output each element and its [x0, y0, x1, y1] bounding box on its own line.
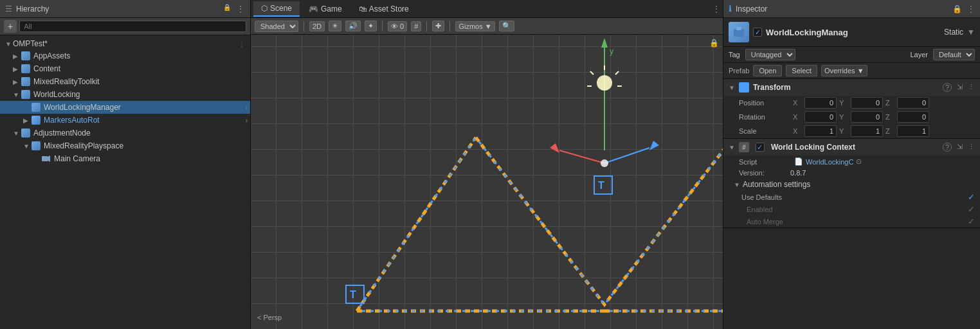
- shading-dropdown[interactable]: Shaded: [255, 21, 298, 32]
- hierarchy-title: Hierarchy: [16, 4, 49, 13]
- tree-icon-maincamera: [41, 154, 51, 164]
- scale-x-label: X: [793, 127, 802, 135]
- wlc-pin-icon[interactable]: ⇲: [957, 143, 963, 152]
- 2d-button[interactable]: 2D: [309, 21, 325, 31]
- hierarchy-header-icons: 🔒 ⋮: [223, 4, 245, 14]
- scale-x-input[interactable]: [804, 125, 837, 137]
- script-name: WorldLockingC: [806, 158, 853, 166]
- rotation-axis-group: X Y Z: [793, 111, 975, 123]
- wlc-more-icon[interactable]: ⋮: [968, 143, 975, 152]
- inspector-lock-icon: 🔒: [952, 4, 962, 13]
- tree-item-markersautorot[interactable]: ▶ MarkersAutoRot ›: [0, 114, 250, 127]
- tree-item-appassets[interactable]: ▶ AppAssets: [0, 49, 250, 62]
- tree-arrow-mixedrealityplayspace: ▼: [23, 143, 31, 150]
- prefab-open-button[interactable]: Open: [753, 65, 782, 76]
- transform-icon: [739, 82, 749, 93]
- script-value: 📄 WorldLockingC ⊙: [794, 157, 862, 166]
- tree-item-content[interactable]: ▶ Content: [0, 62, 250, 75]
- viewport-toolbar: Shaded 2D ☀ 🔊 ✦ 👁 0 # ✚ Gizmos ▼ 🔍: [251, 18, 723, 35]
- tree-arrow-worldlocking: ▼: [13, 91, 21, 98]
- tools-button[interactable]: ✚: [432, 21, 444, 31]
- use-defaults-label: Use Defaults: [741, 193, 963, 201]
- tree-label-omptest: OMPTest*: [13, 39, 236, 48]
- svg-line-11: [604, 148, 649, 163]
- hidden-layers-button[interactable]: 👁 0: [388, 21, 407, 31]
- viewport-lock-icon: 🔒: [709, 39, 719, 48]
- scale-y-input[interactable]: [851, 125, 883, 137]
- world-locking-context-component: ▼ # World Locking Context ? ⇲ ⋮ Script 📄…: [723, 139, 980, 228]
- tag-select[interactable]: Untagged: [745, 49, 795, 60]
- audio-button[interactable]: 🔊: [345, 21, 361, 31]
- persp-label: < Persp: [257, 314, 282, 321]
- tree-item-worldlocking[interactable]: ▼ WorldLocking: [0, 88, 250, 101]
- obj-info: WorldLockingManag: [753, 28, 940, 37]
- wlc-help-icon[interactable]: ?: [943, 143, 952, 152]
- gizmos-button[interactable]: Gizmos ▼: [455, 21, 495, 31]
- script-file-icon: 📄: [794, 157, 803, 166]
- tree-label-content: Content: [33, 64, 248, 73]
- wlc-enabled-checkbox[interactable]: [756, 143, 765, 152]
- transform-help-icon[interactable]: ?: [943, 83, 952, 92]
- grid-button[interactable]: #: [411, 21, 421, 31]
- svg-marker-1: [48, 156, 50, 162]
- hierarchy-search-input[interactable]: [19, 21, 246, 32]
- fx-button[interactable]: ✦: [365, 21, 377, 31]
- tree-item-worldlockingmanager[interactable]: WorldLockingManager ›: [0, 101, 250, 114]
- viewport-tab-more[interactable]: ⋮: [712, 4, 720, 13]
- tree-icon-adjustmentnode: [21, 128, 31, 138]
- tree-item-mixedreality[interactable]: ▶ MixedRealityToolkit: [0, 75, 250, 88]
- scale-z-input[interactable]: [897, 125, 929, 137]
- tree-label-mixedreality: MixedRealityToolkit: [33, 77, 248, 86]
- rotation-y-label: Y: [839, 113, 848, 121]
- tree-item-omptest[interactable]: ▼ OMPTest* ⋮: [0, 38, 250, 49]
- layer-select[interactable]: Default: [933, 49, 975, 60]
- static-dropdown-arrow[interactable]: ▼: [967, 28, 975, 37]
- prefab-overrides-button[interactable]: Overrides ▼: [821, 65, 867, 76]
- rotation-row: Rotation X Y Z: [723, 110, 980, 124]
- tree-item-adjustmentnode[interactable]: ▼ AdjustmentNode: [0, 127, 250, 139]
- wlc-hash-icon: #: [739, 142, 749, 152]
- tree-arrow-adjustmentnode: ▼: [13, 130, 21, 137]
- svg-marker-12: [649, 141, 659, 150]
- tab-game[interactable]: 🎮 Game: [301, 2, 350, 16]
- scale-y-label: Y: [839, 127, 848, 135]
- overrides-label: Overrides: [824, 67, 855, 75]
- position-y-input[interactable]: [851, 97, 883, 109]
- rotation-x-input[interactable]: [804, 111, 837, 123]
- rotation-z-input[interactable]: [897, 111, 929, 123]
- rotation-y-input[interactable]: [851, 111, 883, 123]
- tree-more-omptest[interactable]: ⋮: [236, 40, 248, 48]
- wlc-header[interactable]: ▼ # World Locking Context ? ⇲ ⋮: [723, 139, 980, 156]
- svg-line-16: [615, 71, 619, 75]
- tree-item-mixedrealityplayspace[interactable]: ▼ MixedRealityPlayspace: [0, 139, 250, 152]
- svg-point-13: [601, 159, 608, 167]
- position-z-input[interactable]: [897, 97, 929, 109]
- viewport-tab-bar: ⬡ Scene 🎮 Game 🛍 Asset Store ⋮: [251, 0, 723, 18]
- scene-icon: ⬡: [261, 4, 268, 13]
- transform-header[interactable]: ▼ Transform ? ⇲ ⋮: [723, 79, 980, 96]
- obj-enabled-checkbox[interactable]: [753, 28, 762, 37]
- search-viewport-button[interactable]: 🔍: [499, 21, 514, 31]
- tree-icon-content: [21, 64, 31, 74]
- static-label: Static: [944, 28, 963, 37]
- automation-settings-header[interactable]: ▼ Automation settings: [723, 178, 980, 191]
- tree-label-appassets: AppAssets: [33, 51, 248, 60]
- automation-title: Automation settings: [743, 180, 810, 189]
- inspector-more-icon: ⋮: [967, 4, 975, 13]
- transform-pin-icon[interactable]: ⇲: [957, 83, 963, 92]
- more-icon: ⋮: [236, 4, 245, 14]
- tree-chevron-markersautorot: ›: [246, 117, 248, 124]
- tree-item-maincamera[interactable]: Main Camera: [0, 152, 250, 165]
- lighting-button[interactable]: ☀: [329, 21, 341, 31]
- tab-scene[interactable]: ⬡ Scene: [253, 1, 300, 17]
- tag-label: Tag: [729, 51, 740, 58]
- tree-icon-appassets: [21, 51, 31, 61]
- wlc-expand-arrow: ▼: [729, 144, 735, 151]
- prefab-select-button[interactable]: Select: [786, 65, 817, 76]
- scale-z-label: Z: [885, 127, 894, 135]
- hierarchy-add-button[interactable]: +: [4, 20, 17, 33]
- transform-more-icon[interactable]: ⋮: [968, 83, 975, 92]
- enabled-label: Enabled: [741, 206, 963, 213]
- tab-asset-store[interactable]: 🛍 Asset Store: [351, 2, 417, 16]
- position-x-input[interactable]: [804, 97, 837, 109]
